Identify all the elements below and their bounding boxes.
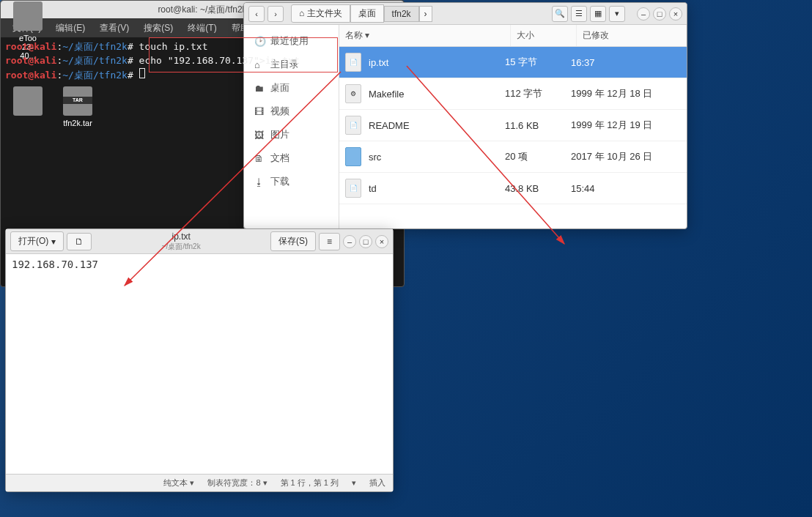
breadcrumb-home[interactable]: ⌂ 主文件夹: [291, 4, 350, 23]
generic-icon: [13, 1, 43, 31]
view-grid-button[interactable]: ▦: [590, 6, 606, 22]
editor-statusbar: 纯文本 ▾ 制表符宽度：8 ▾ 第 1 行，第 1 列 ▾ 插入: [6, 474, 393, 491]
view-list-button[interactable]: ☰: [571, 6, 587, 22]
breadcrumb: ⌂ 主文件夹 桌面 tfn2k ›: [291, 4, 549, 23]
minimize-button[interactable]: –: [637, 7, 650, 21]
editor-content[interactable]: 192.168.70.137: [6, 254, 393, 474]
maximize-button[interactable]: □: [653, 7, 666, 21]
menu-view[interactable]: 查看(V): [92, 22, 136, 34]
col-size[interactable]: 大小: [511, 25, 577, 46]
forward-button[interactable]: ›: [267, 6, 284, 22]
status-position: 第 1 行，第 1 列: [281, 477, 339, 488]
status-type[interactable]: 纯文本 ▾: [163, 477, 194, 488]
menu-button[interactable]: ▾: [609, 6, 625, 22]
close-button[interactable]: ×: [669, 7, 682, 21]
terminal-cursor: [139, 68, 145, 78]
col-modified[interactable]: 已修改: [577, 25, 687, 46]
fm-titlebar[interactable]: ‹ › ⌂ 主文件夹 桌面 tfn2k › 🔍 ☰ ▦ ▾ – □ ×: [244, 3, 687, 25]
menu-edit[interactable]: 编辑(E): [48, 22, 92, 34]
breadcrumb-desktop[interactable]: 桌面: [350, 4, 384, 23]
terminal-body[interactable]: root@kali:~/桌面/tfn2k# touch ip.txt root@…: [1, 37, 404, 286]
breadcrumb-folder[interactable]: tfn2k: [384, 6, 419, 22]
terminal-window: root@kali: ~/桌面/tfn2k 文件(F) 编辑(E) 查看(V) …: [0, 0, 405, 287]
status-tabwidth[interactable]: 制表符宽度：8 ▾: [207, 477, 267, 488]
menu-terminal[interactable]: 终端(T): [180, 22, 224, 34]
menu-search[interactable]: 搜索(S): [136, 22, 180, 34]
back-button[interactable]: ‹: [248, 6, 265, 22]
search-button[interactable]: 🔍: [552, 6, 568, 22]
breadcrumb-more[interactable]: ›: [419, 6, 432, 22]
status-mode: 插入: [369, 477, 385, 488]
